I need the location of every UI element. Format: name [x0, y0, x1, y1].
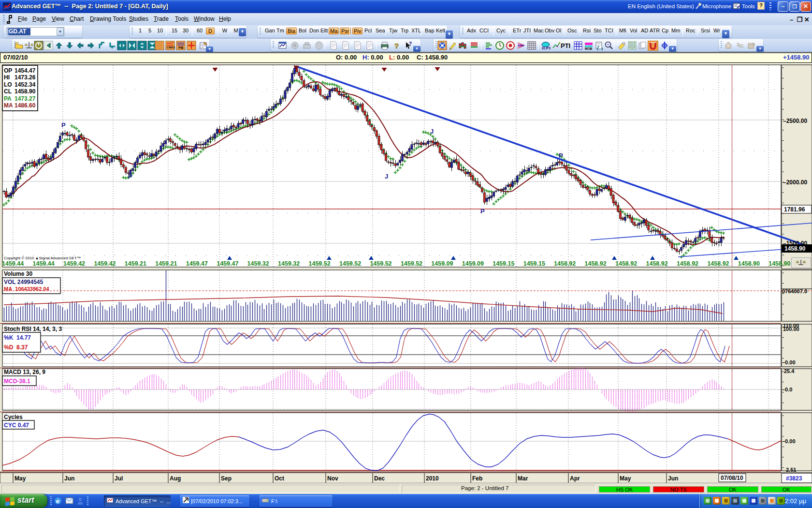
svg-text:J: J	[430, 128, 434, 135]
svg-text:25.4: 25.4	[784, 368, 795, 374]
svg-text:–2000.00: –2000.00	[783, 179, 807, 186]
svg-text:MOB: MOB	[585, 47, 592, 50]
svg-text:1459.21: 1459.21	[125, 260, 146, 267]
svg-text:LO: LO	[4, 81, 12, 88]
svg-text:1459.15: 1459.15	[523, 260, 545, 267]
svg-text:%D: %D	[4, 344, 14, 351]
svg-text:Jul: Jul	[115, 475, 123, 482]
svg-text:Dec: Dec	[374, 475, 385, 482]
svg-text:OP: OP	[4, 67, 12, 74]
svg-text:–0.0: –0.0	[782, 387, 792, 392]
svg-text:1458.90: 1458.90	[14, 88, 36, 95]
svg-text:1459.32: 1459.32	[278, 260, 300, 267]
svg-text:Copyright © 2010 ▲Signal Advan: Copyright © 2010 ▲Signal Advanced GET™	[4, 256, 81, 260]
svg-text:1781.96: 1781.96	[784, 206, 805, 213]
svg-text:1459.44: 1459.44	[2, 260, 24, 267]
svg-text:1458.90: 1458.90	[768, 260, 790, 267]
svg-text:Feb: Feb	[472, 475, 482, 482]
svg-text:1459.21: 1459.21	[155, 260, 177, 267]
svg-text:Mar: Mar	[518, 475, 528, 482]
svg-text:FIB: FIB	[178, 46, 184, 49]
svg-text:?: ?	[409, 41, 412, 46]
svg-text:8.37: 8.37	[16, 344, 28, 351]
svg-text:1459.09: 1459.09	[431, 260, 453, 267]
svg-text:e: e	[56, 498, 59, 505]
svg-text:May: May	[620, 475, 631, 482]
svg-text:1458.92: 1458.92	[554, 260, 576, 267]
svg-text:Oct: Oct	[275, 475, 284, 482]
svg-text:2.51: 2.51	[786, 467, 796, 473]
svg-text:P: P	[559, 152, 563, 159]
svg-text:P: P	[128, 173, 132, 180]
svg-text:1459.52: 1459.52	[370, 260, 392, 267]
svg-text:MCD-38.1: MCD-38.1	[4, 378, 30, 385]
svg-text:1454.47: 1454.47	[14, 67, 36, 74]
svg-text:1473.27: 1473.27	[14, 95, 36, 102]
svg-text:Nov: Nov	[327, 475, 338, 482]
svg-text:1459.44: 1459.44	[33, 260, 55, 267]
svg-text:Aug: Aug	[170, 475, 181, 482]
svg-text:#3823: #3823	[786, 475, 802, 482]
svg-text:2010: 2010	[426, 475, 439, 482]
svg-text:–2500.00: –2500.00	[783, 118, 807, 124]
svg-text:May: May	[14, 475, 26, 482]
svg-text:Volume 30: Volume 30	[4, 270, 32, 277]
svg-text:1458.92: 1458.92	[646, 260, 668, 267]
svg-text:CYC 0.47: CYC 0.47	[4, 422, 29, 429]
svg-text:Sep: Sep	[221, 475, 232, 482]
svg-text:0764007.0: 0764007.0	[782, 288, 807, 294]
svg-text:07/08/10: 07/08/10	[721, 475, 743, 481]
svg-text:HI: HI	[4, 74, 10, 81]
svg-text:J: J	[385, 173, 388, 180]
svg-text:1459.52: 1459.52	[339, 260, 361, 267]
svg-text:Cycles: Cycles	[4, 414, 23, 420]
svg-text:VOL 24994545: VOL 24994545	[4, 279, 44, 285]
svg-text:MA: MA	[4, 102, 13, 109]
svg-text:Jun: Jun	[64, 475, 74, 482]
svg-text:1459.15: 1459.15	[493, 260, 514, 267]
svg-text:1458.92: 1458.92	[707, 260, 729, 267]
svg-text:1459.42: 1459.42	[63, 260, 85, 267]
svg-text:1458.92: 1458.92	[615, 260, 637, 267]
svg-text:100.00: 100.00	[783, 326, 799, 332]
svg-text:–0.00: –0.00	[782, 438, 796, 444]
svg-text:14.77: 14.77	[16, 334, 31, 341]
svg-text:1458.90: 1458.90	[784, 245, 806, 252]
svg-text:PA: PA	[4, 95, 12, 102]
svg-text:1458.92: 1458.92	[585, 260, 607, 267]
svg-text:1452.34: 1452.34	[14, 81, 36, 88]
svg-text:1459.32: 1459.32	[247, 260, 269, 267]
svg-text:1459.42: 1459.42	[94, 260, 116, 267]
svg-text:Jun: Jun	[668, 475, 678, 482]
svg-text:LINES: LINES	[167, 46, 175, 49]
svg-text:1459.52: 1459.52	[309, 260, 331, 267]
svg-text:1486.60: 1486.60	[14, 102, 36, 109]
svg-text:Stoch RSI 14, 14, 3, 3: Stoch RSI 14, 14, 3, 3	[4, 326, 62, 332]
svg-text:ELiPS: ELiPS	[542, 46, 551, 50]
svg-text:1459.52: 1459.52	[401, 260, 422, 267]
svg-text:P: P	[480, 208, 485, 215]
svg-text:–0.00: –0.00	[782, 359, 796, 365]
svg-text:CL: CL	[4, 88, 12, 95]
svg-text:1459.09: 1459.09	[462, 260, 484, 267]
svg-text:P: P	[61, 121, 66, 129]
svg-text:MACD 13, 26, 9: MACD 13, 26, 9	[4, 369, 45, 375]
svg-text:1458.90: 1458.90	[738, 260, 760, 267]
svg-text:1458.92: 1458.92	[677, 260, 698, 267]
svg-text:Apr: Apr	[570, 475, 580, 482]
svg-text:%K: %K	[4, 334, 14, 341]
svg-text:?: ?	[394, 42, 399, 50]
svg-text:1459.47: 1459.47	[217, 260, 238, 267]
svg-text:1459.47: 1459.47	[186, 260, 208, 267]
svg-text:1473.26: 1473.26	[14, 74, 36, 81]
